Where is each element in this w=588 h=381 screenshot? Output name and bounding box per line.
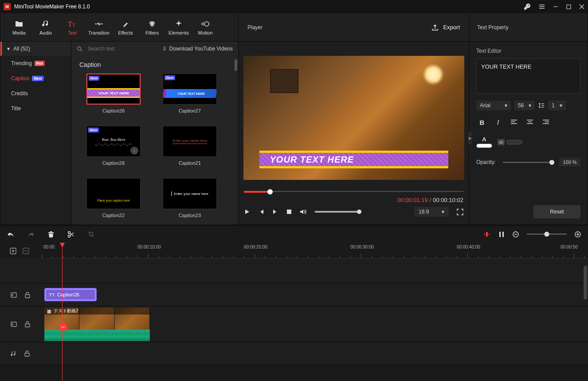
caption-item[interactable]: NewYour Text Here◡◠◡◠◡◠◡◠◡◠◡◠↓ Caption28	[79, 126, 148, 166]
remove-track-button[interactable]	[23, 248, 29, 254]
tab-filters[interactable]: Filters	[139, 19, 165, 35]
align-left-button[interactable]	[508, 117, 520, 128]
snap-icon[interactable]	[498, 231, 505, 237]
tab-effects[interactable]: Effects	[112, 19, 139, 35]
scrollbar[interactable]	[235, 59, 237, 71]
zoom-slider[interactable]	[527, 233, 567, 235]
play-button[interactable]	[244, 209, 250, 215]
premium-key-icon[interactable]	[524, 3, 531, 10]
motion-icon	[201, 19, 209, 28]
lock-icon[interactable]	[25, 292, 30, 298]
svg-rect-46	[25, 353, 29, 356]
sidebar-cat-credits[interactable]: Credits	[0, 86, 71, 101]
add-track-button[interactable]	[10, 248, 16, 254]
svg-rect-45	[25, 324, 30, 327]
svg-line-14	[81, 50, 82, 51]
highlight-color-picker[interactable]: ab	[498, 139, 522, 145]
download-icon: ⇩	[162, 46, 167, 52]
reset-button[interactable]: Reset	[533, 205, 580, 218]
opacity-slider[interactable]	[503, 162, 552, 163]
scrubber[interactable]	[244, 189, 463, 195]
aspect-ratio-select[interactable]: 16:9▾	[414, 207, 449, 217]
italic-button[interactable]: I	[492, 117, 504, 128]
lock-icon[interactable]	[25, 321, 30, 327]
caption-label: Caption21	[179, 160, 201, 166]
crop-button[interactable]	[88, 231, 94, 237]
align-right-button[interactable]	[540, 117, 552, 128]
video-preview[interactable]: YOUR TEXT HERE	[243, 56, 464, 180]
cut-marker-icon[interactable]: ✂	[59, 323, 67, 331]
redo-button[interactable]	[27, 231, 35, 237]
fullscreen-button[interactable]	[457, 209, 463, 215]
sidebar-cat-trending[interactable]: TrendingHot	[0, 56, 71, 71]
lock-icon[interactable]	[24, 350, 30, 357]
caption-item[interactable]: NewYOUR TEXT HERE Caption26	[79, 74, 148, 113]
search-input[interactable]	[88, 46, 154, 52]
time-ruler[interactable]: 00:00 00:00:10:00 00:00:20:00 00:00:30:0…	[42, 243, 588, 259]
auto-align-icon[interactable]	[483, 231, 490, 237]
tab-text[interactable]: TTText	[59, 19, 86, 35]
delete-button[interactable]	[48, 231, 54, 238]
svg-point-41	[12, 295, 13, 295]
tab-audio[interactable]: Audio	[32, 19, 59, 35]
minimize-icon[interactable]	[553, 4, 558, 9]
font-family-select[interactable]: Arial▾	[476, 101, 511, 110]
tab-motion[interactable]: Motion	[192, 19, 219, 35]
transition-icon	[94, 19, 103, 28]
svg-point-11	[150, 23, 154, 27]
export-button[interactable]: Export	[431, 24, 460, 31]
caption-item[interactable]: Enter your name here Caption21	[156, 126, 224, 166]
zoom-in-button[interactable]	[575, 231, 581, 237]
close-icon[interactable]	[579, 4, 584, 9]
caption-item[interactable]: Enter your name here Caption23	[156, 178, 224, 218]
prev-frame-button[interactable]	[258, 209, 264, 215]
text-color-picker[interactable]: A	[476, 136, 492, 148]
caption-overlay[interactable]: YOUR TEXT HERE	[259, 151, 448, 168]
timeline-toolbar	[0, 225, 588, 243]
tab-label: Transition	[88, 30, 110, 35]
maximize-icon[interactable]	[566, 4, 571, 9]
download-youtube-link[interactable]: ⇩Download YouTube Videos	[162, 46, 233, 52]
tab-elements[interactable]: Elements	[165, 19, 192, 35]
font-size-select[interactable]: 56▾	[514, 101, 535, 110]
caption-item[interactable]: NewYOUR TEXT HERE Caption27	[156, 74, 224, 113]
line-spacing-icon	[538, 102, 545, 109]
tab-label: Media	[12, 30, 26, 35]
caption-item[interactable]: Place your caption here Caption22	[79, 178, 148, 218]
ruler-label: 00:00:30:00	[350, 245, 374, 249]
chevron-down-icon: ▾	[442, 209, 444, 215]
download-icon[interactable]: ↓	[130, 147, 138, 155]
timeline-scrollbar[interactable]	[584, 266, 587, 299]
sidebar-cat-caption[interactable]: CaptionNew	[0, 71, 71, 86]
caption-thumbnail: Enter your name here	[163, 126, 217, 157]
tab-media[interactable]: Media	[6, 19, 32, 35]
volume-icon[interactable]	[300, 209, 307, 215]
export-icon	[431, 24, 439, 31]
align-center-button[interactable]	[524, 117, 536, 128]
stop-button[interactable]	[286, 209, 292, 214]
library-toolbar: Media Audio TTText Transition Effects Fi…	[0, 13, 238, 42]
text-property-panel: Text Property Text Editor Arial▾ 56▾ 1▾ …	[469, 13, 588, 225]
zoom-out-button[interactable]	[513, 231, 519, 237]
caption-thumbnail: Enter your name here	[163, 178, 217, 209]
preview-text: Place your caption here	[97, 199, 130, 202]
cat-label: Trending	[11, 60, 32, 66]
split-button[interactable]	[67, 231, 74, 238]
playhead[interactable]	[62, 243, 63, 381]
sidebar-cat-title[interactable]: Title	[0, 101, 71, 116]
chevron-down-icon: ▾	[560, 102, 562, 109]
volume-slider[interactable]	[315, 211, 359, 213]
undo-button[interactable]	[7, 231, 14, 237]
line-spacing-select[interactable]: 1▾	[548, 101, 566, 110]
spacing-value: 1	[552, 102, 555, 109]
tab-transition[interactable]: Transition	[86, 19, 112, 35]
scrubber-knob[interactable]	[267, 189, 273, 194]
text-editor-input[interactable]	[476, 58, 580, 94]
preview-text: Your Text Here	[102, 137, 125, 142]
text-clip[interactable]: Tᴛ Caption26	[44, 288, 97, 301]
sidebar-all[interactable]: ▾All (52)	[0, 42, 71, 56]
bold-button[interactable]: B	[476, 117, 488, 128]
menu-icon[interactable]	[539, 4, 545, 10]
panel-collapse-handle[interactable]: ▶	[468, 132, 472, 144]
next-frame-button[interactable]	[272, 209, 278, 215]
